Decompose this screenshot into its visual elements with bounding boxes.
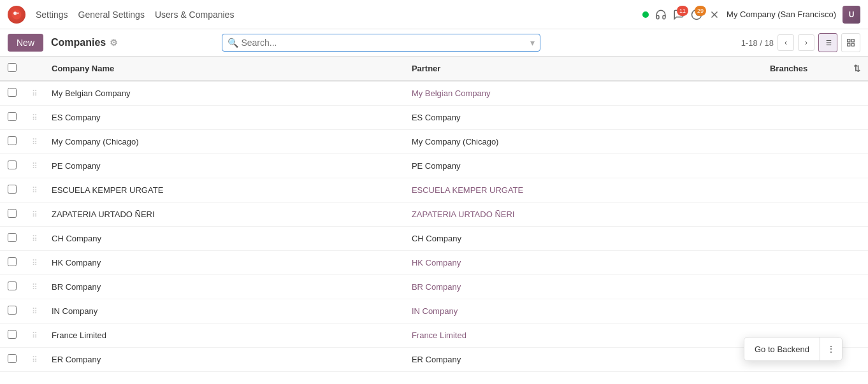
nav-settings[interactable]: Settings xyxy=(36,10,68,20)
drag-handle-cell[interactable]: ⠿ xyxy=(24,178,44,203)
partner-header[interactable]: Partner xyxy=(404,57,762,81)
row-checkbox[interactable] xyxy=(8,136,17,145)
drag-handle-icon[interactable]: ⠿ xyxy=(32,307,36,316)
goto-backend-button[interactable]: Go to Backend xyxy=(744,338,820,360)
drag-handle-cell[interactable]: ⠿ xyxy=(24,106,44,130)
drag-handle-icon[interactable]: ⠿ xyxy=(32,259,36,267)
drag-handle-cell[interactable]: ⠿ xyxy=(24,81,44,106)
search-input[interactable] xyxy=(238,34,528,51)
partner-value[interactable]: France Limited xyxy=(412,331,467,340)
table-row[interactable]: ⠿ ZAPATERIA URTADO ÑERI ZAPATERIA URTADO… xyxy=(0,203,868,227)
drag-handle-icon[interactable]: ⠿ xyxy=(32,89,36,98)
table-row[interactable]: ⠿ HK Company HK Company xyxy=(0,251,868,275)
drag-handle-cell[interactable]: ⠿ xyxy=(24,275,44,299)
company-name-value[interactable]: PE Company xyxy=(52,161,101,171)
table-row[interactable]: ⠿ CH Company CH Company xyxy=(0,227,868,251)
table-row[interactable]: ⠿ My Company (Chicago) My Company (Chica… xyxy=(0,130,868,154)
goto-backend-more-button[interactable]: ⋮ xyxy=(820,338,842,360)
column-filter-icon[interactable]: ⇅ xyxy=(853,64,860,73)
row-checkbox[interactable] xyxy=(8,185,17,194)
row-checkbox-cell[interactable] xyxy=(0,154,24,178)
select-all-header[interactable] xyxy=(0,57,24,81)
drag-handle-cell[interactable]: ⠿ xyxy=(24,227,44,251)
drag-handle-icon[interactable]: ⠿ xyxy=(32,113,36,122)
row-checkbox[interactable] xyxy=(8,257,17,266)
row-checkbox[interactable] xyxy=(8,112,17,121)
search-dropdown-arrow[interactable]: ▾ xyxy=(530,38,535,48)
headset-icon[interactable] xyxy=(655,9,667,20)
row-checkbox-cell[interactable] xyxy=(0,324,24,348)
select-all-checkbox[interactable] xyxy=(8,63,17,72)
drag-handle-icon[interactable]: ⠿ xyxy=(32,355,36,364)
company-name-value[interactable]: CH Company xyxy=(52,234,101,243)
partner-value[interactable]: BR Company xyxy=(412,282,461,292)
drag-handle-cell[interactable]: ⠿ xyxy=(24,130,44,154)
company-name-value[interactable]: ZAPATERIA URTADO ÑERI xyxy=(52,210,155,219)
table-row[interactable]: ⠿ ER Company ER Company xyxy=(0,348,868,372)
row-checkbox-cell[interactable] xyxy=(0,275,24,299)
partner-value[interactable]: IN Company xyxy=(412,306,458,316)
branches-header[interactable]: Branches xyxy=(762,57,846,81)
user-avatar[interactable]: U xyxy=(843,6,860,24)
drag-handle-cell[interactable]: ⠿ xyxy=(24,251,44,275)
row-checkbox-cell[interactable] xyxy=(0,130,24,154)
table-row[interactable]: ⠿ ESCUELA KEMPER URGATE ESCUELA KEMPER U… xyxy=(0,178,868,203)
company-name-value[interactable]: ES Company xyxy=(52,113,101,122)
nav-users-companies[interactable]: Users & Companies xyxy=(155,10,235,20)
chat-icon[interactable]: 11 xyxy=(673,9,684,20)
drag-handle-cell[interactable]: ⠿ xyxy=(24,299,44,324)
next-page-button[interactable]: › xyxy=(798,34,814,51)
partner-value[interactable]: My Belgian Company xyxy=(412,89,491,98)
row-checkbox-cell[interactable] xyxy=(0,178,24,203)
drag-handle-icon[interactable]: ⠿ xyxy=(32,186,36,195)
row-checkbox-cell[interactable] xyxy=(0,251,24,275)
table-row[interactable]: ⠿ France Limited France Limited xyxy=(0,324,868,348)
new-button[interactable]: New xyxy=(8,34,43,52)
drag-handle-icon[interactable]: ⠿ xyxy=(32,210,36,219)
drag-handle-cell[interactable]: ⠿ xyxy=(24,324,44,348)
drag-handle-icon[interactable]: ⠿ xyxy=(32,234,36,243)
row-checkbox[interactable] xyxy=(8,281,17,290)
row-checkbox[interactable] xyxy=(8,330,17,339)
row-checkbox-cell[interactable] xyxy=(0,203,24,227)
nav-general-settings[interactable]: General Settings xyxy=(78,10,145,20)
drag-handle-cell[interactable]: ⠿ xyxy=(24,348,44,372)
prev-page-button[interactable]: ‹ xyxy=(778,34,794,51)
drag-handle-icon[interactable]: ⠿ xyxy=(32,283,36,292)
company-name-value[interactable]: France Limited xyxy=(52,331,106,340)
row-checkbox[interactable] xyxy=(8,88,17,97)
drag-handle-icon[interactable]: ⠿ xyxy=(32,162,36,171)
settings-gear-icon[interactable]: ⚙ xyxy=(110,38,118,48)
row-checkbox-cell[interactable] xyxy=(0,227,24,251)
row-checkbox-cell[interactable] xyxy=(0,348,24,372)
row-checkbox[interactable] xyxy=(8,306,17,315)
drag-handle-cell[interactable]: ⠿ xyxy=(24,203,44,227)
company-name-value[interactable]: IN Company xyxy=(52,306,98,316)
table-row[interactable]: ⠿ ES Company ES Company xyxy=(0,106,868,130)
drag-handle-icon[interactable]: ⠿ xyxy=(32,138,36,146)
partner-value[interactable]: ZAPATERIA URTADO ÑERI xyxy=(412,210,515,219)
table-row[interactable]: ⠿ BR Company BR Company xyxy=(0,275,868,299)
nav-logo[interactable] xyxy=(8,6,25,24)
row-checkbox[interactable] xyxy=(8,209,17,218)
row-checkbox-cell[interactable] xyxy=(0,106,24,130)
row-checkbox[interactable] xyxy=(8,233,17,242)
company-name-header[interactable]: Company Name xyxy=(44,57,404,81)
company-name-value[interactable]: My Belgian Company xyxy=(52,89,131,98)
table-row[interactable]: ⠿ IN Company IN Company xyxy=(0,299,868,324)
kanban-view-button[interactable] xyxy=(841,33,860,52)
partner-value[interactable]: HK Company xyxy=(412,258,461,267)
row-checkbox-cell[interactable] xyxy=(0,299,24,324)
partner-value[interactable]: ESCUELA KEMPER URGATE xyxy=(412,185,523,195)
row-checkbox-cell[interactable] xyxy=(0,81,24,106)
table-row[interactable]: ⠿ My Belgian Company My Belgian Company xyxy=(0,81,868,106)
nav-company-name[interactable]: My Company (San Francisco) xyxy=(727,10,836,19)
company-name-value[interactable]: ESCUELA KEMPER URGATE xyxy=(52,185,163,195)
drag-handle-icon[interactable]: ⠿ xyxy=(32,331,36,340)
row-checkbox[interactable] xyxy=(8,354,17,363)
company-name-value[interactable]: HK Company xyxy=(52,258,101,267)
drag-handle-cell[interactable]: ⠿ xyxy=(24,154,44,178)
activity-icon[interactable]: 29 xyxy=(691,9,702,20)
company-name-value[interactable]: BR Company xyxy=(52,282,101,292)
tools-icon[interactable] xyxy=(709,9,720,20)
